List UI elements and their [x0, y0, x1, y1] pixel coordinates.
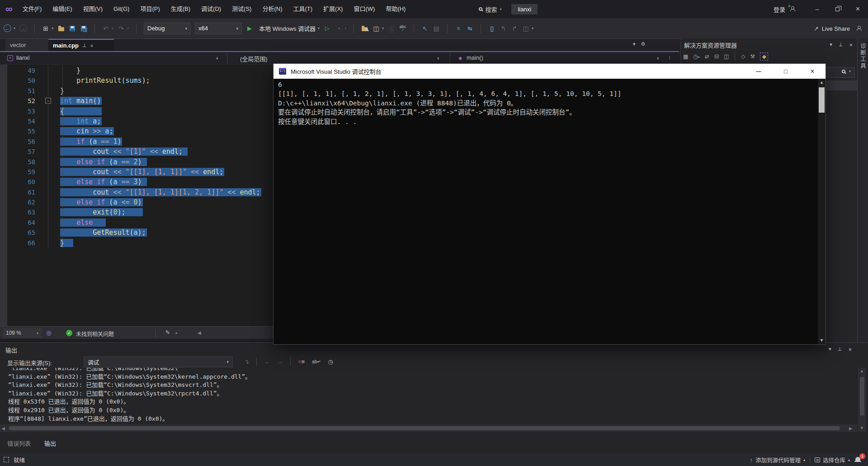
- se-show-all-files-icon[interactable]: ◫: [724, 53, 729, 60]
- code-line-62[interactable]: 62 else if (a <= 0): [0, 197, 261, 207]
- clipboard-icon[interactable]: ▤: [433, 24, 440, 33]
- se-properties-icon[interactable]: ⚒: [750, 53, 755, 60]
- navbar-method-dropdown[interactable]: main(): [467, 54, 483, 61]
- restore-button[interactable]: [827, 0, 848, 18]
- se-sync-active-document-icon[interactable]: ◆: [760, 52, 768, 61]
- menu-item-10[interactable]: 扩展(X): [318, 0, 348, 18]
- start-debugging-label[interactable]: 本地 Windows 调试器: [259, 24, 316, 33]
- document-list-caret-icon[interactable]: ▾: [633, 41, 636, 47]
- redo-caret-icon[interactable]: ▾: [127, 26, 129, 30]
- solution-name-box[interactable]: lianxi: [511, 4, 538, 14]
- code-line-65[interactable]: 65 GetResult(a);: [0, 228, 261, 238]
- debug-target-caret-icon[interactable]: ▾: [318, 26, 320, 30]
- code-line-51[interactable]: 51}: [0, 86, 261, 96]
- add-to-source-control-button[interactable]: ↑ 添加到源代码管理 ▴: [750, 456, 805, 464]
- code-line-56[interactable]: 56 if (a == 1): [0, 137, 261, 147]
- code-cleanup-brush-icon[interactable]: ✎: [165, 329, 170, 336]
- close-button[interactable]: ×: [848, 0, 868, 18]
- navigate-back-icon[interactable]: ←: [4, 24, 11, 32]
- menu-item-9[interactable]: 工具(T): [288, 0, 318, 18]
- output-source-dropdown[interactable]: 调试▾: [84, 357, 233, 367]
- close-tab-icon[interactable]: ×: [90, 43, 93, 48]
- menu-item-1[interactable]: 编辑(E): [47, 0, 77, 18]
- se-code-view-icon[interactable]: ◇: [741, 53, 745, 60]
- se-pending-changes-icon[interactable]: ◷▾: [693, 53, 700, 60]
- code-line-59[interactable]: 59 cout << "[[1], [1, 1]]" << endl;: [0, 167, 261, 177]
- navigate-forward-icon[interactable]: →: [19, 24, 27, 32]
- start-without-debugging-icon[interactable]: ▷: [324, 24, 331, 33]
- next-message-icon[interactable]: →: [277, 358, 283, 365]
- code-line-63[interactable]: 63 exit(0);: [0, 207, 261, 217]
- menu-item-0[interactable]: 文件(F): [17, 0, 47, 18]
- output-caret-icon[interactable]: ▾: [829, 346, 831, 353]
- bookmark-icon[interactable]: ▯: [488, 24, 495, 33]
- se-search-caret-icon[interactable]: ▾: [849, 69, 851, 73]
- new-project-caret-icon[interactable]: ▾: [52, 26, 53, 30]
- navbar-project-caret-icon[interactable]: ▾: [216, 56, 218, 61]
- open-folder-icon[interactable]: [57, 24, 65, 33]
- navbar-scope-dropdown[interactable]: (全局范围): [240, 54, 268, 63]
- code-line-60[interactable]: 60 else if (a == 3): [0, 177, 261, 187]
- solution-configuration-dropdown[interactable]: Debug▾: [144, 23, 191, 34]
- hscroll-thumb[interactable]: [9, 426, 840, 430]
- pin-tab-icon[interactable]: ⊥: [82, 43, 87, 48]
- minimize-button[interactable]: –: [807, 0, 827, 18]
- navbar-scope-caret-icon[interactable]: ▾: [437, 56, 439, 61]
- code-line-61[interactable]: 61 cout << "[[1], [1, 1][1, 2, 1]]" << e…: [0, 187, 261, 197]
- hscroll-left-icon[interactable]: ◀: [2, 426, 5, 431]
- code-line-55[interactable]: 55 cin >> a;: [0, 126, 261, 136]
- menu-item-2[interactable]: 视图(V): [78, 0, 108, 18]
- solution-platform-dropdown[interactable]: x64▾: [195, 23, 242, 34]
- new-project-icon[interactable]: ⊞: [42, 24, 49, 33]
- account-icon[interactable]: +: [790, 5, 795, 13]
- tab-settings-gear-icon[interactable]: ⚙: [641, 41, 646, 47]
- se-refresh-icon[interactable]: ⇄: [705, 53, 709, 60]
- window-layout-caret-icon[interactable]: ▾: [382, 26, 384, 30]
- undo-caret-icon[interactable]: ▾: [112, 26, 113, 30]
- profiler-caret-icon[interactable]: ▾: [344, 26, 346, 30]
- notifications-bell-icon[interactable]: 1: [854, 456, 863, 464]
- title-search[interactable]: 搜索 ▾: [479, 5, 501, 14]
- window-layout-icon[interactable]: ◫: [373, 24, 380, 33]
- spell-check-icon[interactable]: abc✓: [399, 24, 406, 33]
- selection-box-icon[interactable]: ░: [388, 24, 395, 33]
- menu-item-12[interactable]: 帮助(H): [380, 0, 411, 18]
- find-in-files-icon[interactable]: [361, 24, 368, 33]
- tab-output[interactable]: 输出: [44, 439, 56, 447]
- console-scrollbar[interactable]: ▲ ▼: [818, 79, 826, 344]
- output-text-area[interactable]: “lianxi.exe” (Win32): 已加载“C:\Windows\Sys…: [0, 368, 857, 424]
- comment-lines-icon[interactable]: ↹: [466, 24, 473, 33]
- save-icon[interactable]: [69, 24, 76, 33]
- navigate-back-caret-icon[interactable]: ▾: [14, 26, 15, 30]
- code-health-icon[interactable]: ◎: [46, 329, 51, 336]
- output-vertical-scrollbar[interactable]: ▲ ▼: [858, 368, 866, 432]
- select-repository-button[interactable]: 选择仓库 ▴: [815, 456, 850, 464]
- code-line-50[interactable]: 50 printResult(sums);: [0, 76, 261, 86]
- split-window-icon[interactable]: ↕: [668, 54, 671, 61]
- tab-vector[interactable]: vector: [5, 39, 48, 51]
- code-line-52[interactable]: 52-int main(): [0, 96, 261, 106]
- fold-collapse-icon[interactable]: -: [45, 98, 51, 104]
- solution-explorer-pin-icon[interactable]: ⊥: [839, 42, 843, 48]
- cursor-select-icon[interactable]: ↖: [421, 24, 429, 33]
- navbar-method-caret-icon[interactable]: ▾: [657, 56, 659, 61]
- undo-icon[interactable]: ↶: [102, 24, 109, 33]
- previous-message-icon[interactable]: ←: [264, 358, 270, 365]
- editor-hscroll-left-icon[interactable]: ◀: [198, 330, 201, 335]
- tab-diagnostic-tools[interactable]: 诊断工具: [859, 43, 867, 69]
- se-switch-views-icon[interactable]: ▦: [683, 53, 688, 60]
- clear-all-icon[interactable]: ×≡: [298, 358, 305, 365]
- sign-in-button[interactable]: 登录: [774, 5, 785, 14]
- clear-bookmarks-icon[interactable]: ◫: [522, 24, 529, 33]
- timestamp-clock-icon[interactable]: ◷: [328, 358, 333, 365]
- vscroll-down-icon[interactable]: ▼: [860, 426, 864, 430]
- code-line-57[interactable]: 57 cout << "[1]" << endl;: [0, 147, 261, 157]
- console-minimize-button[interactable]: ─: [748, 64, 769, 79]
- console-scroll-thumb[interactable]: [819, 87, 825, 113]
- menu-item-7[interactable]: 测试(S): [226, 0, 257, 18]
- solution-explorer-close-icon[interactable]: ×: [849, 42, 853, 48]
- redo-icon[interactable]: ↷: [118, 24, 125, 33]
- toolbar-overflow-icon[interactable]: ▾: [532, 26, 533, 30]
- next-bookmark-icon[interactable]: ↱: [511, 24, 518, 33]
- output-close-icon[interactable]: ×: [848, 346, 852, 353]
